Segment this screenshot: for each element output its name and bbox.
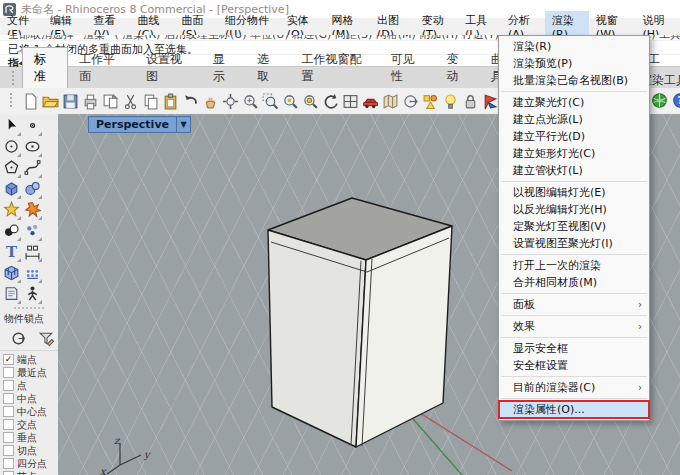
- render-menu-item-7[interactable]: 建立矩形灯光(C): [499, 145, 649, 162]
- render-menu-item-2[interactable]: 批量渲染已命名视图(B): [499, 72, 649, 89]
- osnap-checkbox-2[interactable]: [3, 380, 14, 391]
- osnap-item-8: 四分点: [0, 457, 58, 470]
- toolbar-drag-handle[interactable]: [10, 93, 15, 107]
- select-arrow-tool[interactable]: [1, 116, 22, 137]
- group-shapes-icon[interactable]: [420, 91, 440, 111]
- render-menu-item-27[interactable]: 渲染属性(O)...: [499, 401, 649, 418]
- cut-icon[interactable]: [120, 91, 140, 111]
- star-polyline-tool[interactable]: [1, 200, 22, 221]
- blend-drops-tool[interactable]: [1, 221, 22, 242]
- toolbar-tab-3[interactable]: 显示: [202, 48, 246, 88]
- explode-tool[interactable]: [22, 200, 43, 221]
- box-object: [268, 198, 452, 447]
- save-icon[interactable]: [60, 91, 80, 111]
- render-menu-item-8[interactable]: 建立管状灯(L): [499, 162, 649, 179]
- cplane-rotate-icon[interactable]: [400, 91, 420, 111]
- osnap-checkbox-1[interactable]: [3, 367, 14, 378]
- render-menu-item-4[interactable]: 建立聚光灯(C): [499, 94, 649, 111]
- osnap-checkbox-3[interactable]: [3, 393, 14, 404]
- zoom-icon[interactable]: [240, 91, 260, 111]
- osnap-checkbox-8[interactable]: [3, 458, 14, 469]
- lock-icon[interactable]: [460, 91, 480, 111]
- toolbar-tab-4[interactable]: 选取: [246, 48, 290, 88]
- pan-hand-icon[interactable]: [200, 91, 220, 111]
- undo-icon[interactable]: [180, 91, 200, 111]
- render-menu-item-12[interactable]: 定聚光灯至视图(V): [499, 218, 649, 235]
- ellipse-tool[interactable]: [22, 137, 43, 158]
- toolbar-right-icons: ?: [649, 90, 680, 110]
- notebook-tool[interactable]: [1, 284, 22, 305]
- point-tool[interactable]: [22, 116, 43, 137]
- render-menu-item-23[interactable]: 安全框设置: [499, 357, 649, 374]
- viewport-tab[interactable]: Perspective ▼: [88, 116, 191, 133]
- render-menu-item-6[interactable]: 建立平行光(D): [499, 128, 649, 145]
- render-menu-item-1[interactable]: 渲染预览(P): [499, 55, 649, 72]
- render-menu-item-label: 渲染预览(P): [513, 56, 572, 71]
- render-menu-item-label: 目前的渲染器(C): [513, 380, 595, 395]
- render-menu-item-18[interactable]: 面板›: [499, 296, 649, 313]
- array-tool[interactable]: [22, 263, 43, 284]
- render-menu-item-15[interactable]: 打开上一次的渲染: [499, 257, 649, 274]
- osnap-drag-handle[interactable]: [14, 307, 44, 309]
- circle-tool[interactable]: [1, 137, 22, 158]
- texture-map-icon[interactable]: [380, 91, 400, 111]
- render-menu-item-10[interactable]: 以视图编辑灯光(E): [499, 184, 649, 201]
- osnap-checkbox-0[interactable]: ✓: [3, 354, 14, 365]
- osnap-checkbox-6[interactable]: [3, 432, 14, 443]
- toolbar-tab-6[interactable]: 可见性: [380, 48, 436, 88]
- light-bulb-icon[interactable]: [440, 91, 460, 111]
- render-menu-item-label: 以反光编辑灯光(H): [513, 202, 607, 217]
- osnap-checkbox-9[interactable]: [3, 471, 14, 475]
- curve-tool[interactable]: [22, 158, 43, 179]
- render-menu-item-22[interactable]: 显示安全框: [499, 340, 649, 357]
- zoom-window-icon[interactable]: [260, 91, 280, 111]
- new-file-icon[interactable]: [20, 91, 40, 111]
- viewport-tab-label[interactable]: Perspective: [88, 116, 177, 133]
- render-menu-item-13[interactable]: 设置视图至聚光灯(I): [499, 235, 649, 252]
- render-menu-item-20[interactable]: 效果›: [499, 318, 649, 335]
- toolbar-tab-5[interactable]: 工作视窗配置: [291, 48, 380, 88]
- viewport-tab-dropdown[interactable]: ▼: [177, 116, 191, 133]
- paste-icon[interactable]: [160, 91, 180, 111]
- zoom-selected-icon[interactable]: [280, 91, 300, 111]
- box-tool[interactable]: [1, 179, 22, 200]
- osnap-checkbox-7[interactable]: [3, 445, 14, 456]
- open-file-icon[interactable]: [40, 91, 60, 111]
- menu-separator: [501, 254, 647, 255]
- toolbar-tab-2[interactable]: 设置视图: [135, 48, 202, 88]
- polygon-tool[interactable]: [1, 158, 22, 179]
- copy-icon[interactable]: [140, 91, 160, 111]
- four-viewports-icon[interactable]: [340, 91, 360, 111]
- point-cloud-tool[interactable]: [22, 221, 43, 242]
- text-tool[interactable]: T: [1, 242, 22, 263]
- copy-page-icon[interactable]: [100, 91, 120, 111]
- render-menu-item-0[interactable]: 渲染(R): [499, 38, 649, 55]
- toolbar-tab-0[interactable]: 标准: [22, 47, 68, 88]
- spheres-tool[interactable]: [22, 179, 43, 200]
- render-menu-item-label: 定聚光灯至视图(V): [513, 219, 606, 234]
- zoom-extents-icon[interactable]: [300, 91, 320, 111]
- menu-separator: [501, 181, 647, 182]
- snap-filter-icon[interactable]: [36, 328, 56, 348]
- render-menu-item-25[interactable]: 目前的渲染器(C)›: [499, 379, 649, 396]
- earth-icon[interactable]: [649, 90, 669, 110]
- undo-view-icon[interactable]: [320, 91, 340, 111]
- dimension-tool[interactable]: [22, 242, 43, 263]
- disable-osnap-icon[interactable]: [8, 328, 28, 348]
- render-menu-item-16[interactable]: 合并相同材质(M): [499, 274, 649, 291]
- toolbar-tab-7[interactable]: 变动: [435, 48, 479, 88]
- manikin-tool[interactable]: [22, 284, 43, 305]
- osnap-checkbox-5[interactable]: [3, 419, 14, 430]
- print-icon[interactable]: [80, 91, 100, 111]
- render-flag-icon[interactable]: [480, 91, 500, 111]
- toolbar-tab-1[interactable]: 工作平面: [68, 48, 135, 88]
- render-menu-item-11[interactable]: 以反光编辑灯光(H): [499, 201, 649, 218]
- help-icon[interactable]: ?: [670, 90, 680, 110]
- select-arrow-icon: [3, 117, 20, 137]
- rotate-view-icon[interactable]: [220, 91, 240, 111]
- render-car-icon[interactable]: [360, 91, 380, 111]
- toolbar-drag-handle[interactable]: [12, 71, 17, 85]
- surface-box-tool[interactable]: [1, 263, 22, 284]
- render-menu-item-5[interactable]: 建立点光源(L): [499, 111, 649, 128]
- osnap-checkbox-4[interactable]: [3, 406, 14, 417]
